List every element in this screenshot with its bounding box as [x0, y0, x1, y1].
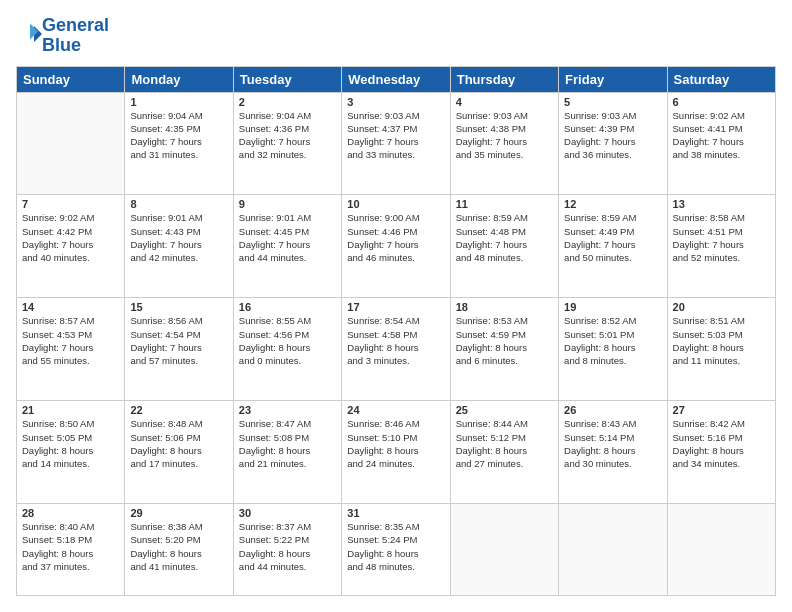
calendar-week-row: 7Sunrise: 9:02 AMSunset: 4:42 PMDaylight… [17, 195, 776, 298]
day-number: 5 [564, 96, 661, 108]
day-info: Sunrise: 9:02 AMSunset: 4:41 PMDaylight:… [673, 109, 770, 162]
day-number: 11 [456, 198, 553, 210]
calendar-cell: 27Sunrise: 8:42 AMSunset: 5:16 PMDayligh… [667, 401, 775, 504]
day-info: Sunrise: 8:58 AMSunset: 4:51 PMDaylight:… [673, 211, 770, 264]
calendar-cell: 5Sunrise: 9:03 AMSunset: 4:39 PMDaylight… [559, 92, 667, 195]
calendar-cell: 17Sunrise: 8:54 AMSunset: 4:58 PMDayligh… [342, 298, 450, 401]
calendar-header-tuesday: Tuesday [233, 66, 341, 92]
day-number: 24 [347, 404, 444, 416]
day-number: 30 [239, 507, 336, 519]
calendar-cell: 6Sunrise: 9:02 AMSunset: 4:41 PMDaylight… [667, 92, 775, 195]
calendar-header-monday: Monday [125, 66, 233, 92]
calendar-header-wednesday: Wednesday [342, 66, 450, 92]
day-info: Sunrise: 9:03 AMSunset: 4:38 PMDaylight:… [456, 109, 553, 162]
day-number: 18 [456, 301, 553, 313]
calendar-cell [667, 504, 775, 596]
day-info: Sunrise: 8:59 AMSunset: 4:49 PMDaylight:… [564, 211, 661, 264]
logo-icon [18, 22, 42, 46]
day-number: 6 [673, 96, 770, 108]
day-number: 8 [130, 198, 227, 210]
calendar-cell: 23Sunrise: 8:47 AMSunset: 5:08 PMDayligh… [233, 401, 341, 504]
logo: General Blue [16, 16, 109, 56]
day-info: Sunrise: 8:47 AMSunset: 5:08 PMDaylight:… [239, 417, 336, 470]
day-info: Sunrise: 8:52 AMSunset: 5:01 PMDaylight:… [564, 314, 661, 367]
calendar-cell: 21Sunrise: 8:50 AMSunset: 5:05 PMDayligh… [17, 401, 125, 504]
day-info: Sunrise: 8:42 AMSunset: 5:16 PMDaylight:… [673, 417, 770, 470]
calendar-week-row: 21Sunrise: 8:50 AMSunset: 5:05 PMDayligh… [17, 401, 776, 504]
calendar-cell: 16Sunrise: 8:55 AMSunset: 4:56 PMDayligh… [233, 298, 341, 401]
day-number: 27 [673, 404, 770, 416]
day-number: 7 [22, 198, 119, 210]
calendar-header-thursday: Thursday [450, 66, 558, 92]
day-info: Sunrise: 9:01 AMSunset: 4:45 PMDaylight:… [239, 211, 336, 264]
day-info: Sunrise: 8:55 AMSunset: 4:56 PMDaylight:… [239, 314, 336, 367]
day-number: 20 [673, 301, 770, 313]
day-number: 21 [22, 404, 119, 416]
day-info: Sunrise: 9:00 AMSunset: 4:46 PMDaylight:… [347, 211, 444, 264]
calendar-cell: 14Sunrise: 8:57 AMSunset: 4:53 PMDayligh… [17, 298, 125, 401]
calendar-cell: 22Sunrise: 8:48 AMSunset: 5:06 PMDayligh… [125, 401, 233, 504]
calendar-table: SundayMondayTuesdayWednesdayThursdayFrid… [16, 66, 776, 596]
day-number: 31 [347, 507, 444, 519]
day-number: 25 [456, 404, 553, 416]
calendar-cell: 18Sunrise: 8:53 AMSunset: 4:59 PMDayligh… [450, 298, 558, 401]
calendar-cell: 31Sunrise: 8:35 AMSunset: 5:24 PMDayligh… [342, 504, 450, 596]
calendar-cell: 30Sunrise: 8:37 AMSunset: 5:22 PMDayligh… [233, 504, 341, 596]
calendar-cell [17, 92, 125, 195]
header: General Blue [16, 16, 776, 56]
calendar-week-row: 28Sunrise: 8:40 AMSunset: 5:18 PMDayligh… [17, 504, 776, 596]
day-number: 13 [673, 198, 770, 210]
calendar-week-row: 1Sunrise: 9:04 AMSunset: 4:35 PMDaylight… [17, 92, 776, 195]
day-info: Sunrise: 8:50 AMSunset: 5:05 PMDaylight:… [22, 417, 119, 470]
day-info: Sunrise: 8:51 AMSunset: 5:03 PMDaylight:… [673, 314, 770, 367]
day-info: Sunrise: 9:04 AMSunset: 4:36 PMDaylight:… [239, 109, 336, 162]
day-info: Sunrise: 8:53 AMSunset: 4:59 PMDaylight:… [456, 314, 553, 367]
calendar-header-sunday: Sunday [17, 66, 125, 92]
day-info: Sunrise: 8:44 AMSunset: 5:12 PMDaylight:… [456, 417, 553, 470]
day-info: Sunrise: 8:48 AMSunset: 5:06 PMDaylight:… [130, 417, 227, 470]
day-number: 29 [130, 507, 227, 519]
calendar-cell: 9Sunrise: 9:01 AMSunset: 4:45 PMDaylight… [233, 195, 341, 298]
day-number: 28 [22, 507, 119, 519]
calendar-cell: 12Sunrise: 8:59 AMSunset: 4:49 PMDayligh… [559, 195, 667, 298]
day-info: Sunrise: 9:01 AMSunset: 4:43 PMDaylight:… [130, 211, 227, 264]
calendar-cell: 24Sunrise: 8:46 AMSunset: 5:10 PMDayligh… [342, 401, 450, 504]
calendar-cell: 1Sunrise: 9:04 AMSunset: 4:35 PMDaylight… [125, 92, 233, 195]
calendar-cell: 7Sunrise: 9:02 AMSunset: 4:42 PMDaylight… [17, 195, 125, 298]
day-number: 3 [347, 96, 444, 108]
calendar-header-row: SundayMondayTuesdayWednesdayThursdayFrid… [17, 66, 776, 92]
calendar-week-row: 14Sunrise: 8:57 AMSunset: 4:53 PMDayligh… [17, 298, 776, 401]
calendar-cell: 13Sunrise: 8:58 AMSunset: 4:51 PMDayligh… [667, 195, 775, 298]
day-number: 16 [239, 301, 336, 313]
calendar-cell: 19Sunrise: 8:52 AMSunset: 5:01 PMDayligh… [559, 298, 667, 401]
day-number: 9 [239, 198, 336, 210]
day-info: Sunrise: 8:57 AMSunset: 4:53 PMDaylight:… [22, 314, 119, 367]
calendar-cell: 8Sunrise: 9:01 AMSunset: 4:43 PMDaylight… [125, 195, 233, 298]
day-info: Sunrise: 8:54 AMSunset: 4:58 PMDaylight:… [347, 314, 444, 367]
calendar-cell: 26Sunrise: 8:43 AMSunset: 5:14 PMDayligh… [559, 401, 667, 504]
calendar-cell: 29Sunrise: 8:38 AMSunset: 5:20 PMDayligh… [125, 504, 233, 596]
day-number: 19 [564, 301, 661, 313]
calendar-cell: 10Sunrise: 9:00 AMSunset: 4:46 PMDayligh… [342, 195, 450, 298]
calendar-cell: 2Sunrise: 9:04 AMSunset: 4:36 PMDaylight… [233, 92, 341, 195]
day-info: Sunrise: 8:56 AMSunset: 4:54 PMDaylight:… [130, 314, 227, 367]
logo-general: General [42, 15, 109, 35]
day-number: 14 [22, 301, 119, 313]
calendar-cell: 25Sunrise: 8:44 AMSunset: 5:12 PMDayligh… [450, 401, 558, 504]
day-number: 17 [347, 301, 444, 313]
logo-blue: Blue [42, 35, 81, 55]
calendar-cell: 3Sunrise: 9:03 AMSunset: 4:37 PMDaylight… [342, 92, 450, 195]
calendar-cell [559, 504, 667, 596]
day-info: Sunrise: 8:40 AMSunset: 5:18 PMDaylight:… [22, 520, 119, 573]
day-info: Sunrise: 9:03 AMSunset: 4:37 PMDaylight:… [347, 109, 444, 162]
day-number: 4 [456, 96, 553, 108]
day-info: Sunrise: 8:59 AMSunset: 4:48 PMDaylight:… [456, 211, 553, 264]
day-info: Sunrise: 8:46 AMSunset: 5:10 PMDaylight:… [347, 417, 444, 470]
day-number: 15 [130, 301, 227, 313]
calendar-header-saturday: Saturday [667, 66, 775, 92]
calendar-cell: 11Sunrise: 8:59 AMSunset: 4:48 PMDayligh… [450, 195, 558, 298]
day-info: Sunrise: 8:43 AMSunset: 5:14 PMDaylight:… [564, 417, 661, 470]
day-info: Sunrise: 9:04 AMSunset: 4:35 PMDaylight:… [130, 109, 227, 162]
day-info: Sunrise: 8:35 AMSunset: 5:24 PMDaylight:… [347, 520, 444, 573]
day-number: 22 [130, 404, 227, 416]
